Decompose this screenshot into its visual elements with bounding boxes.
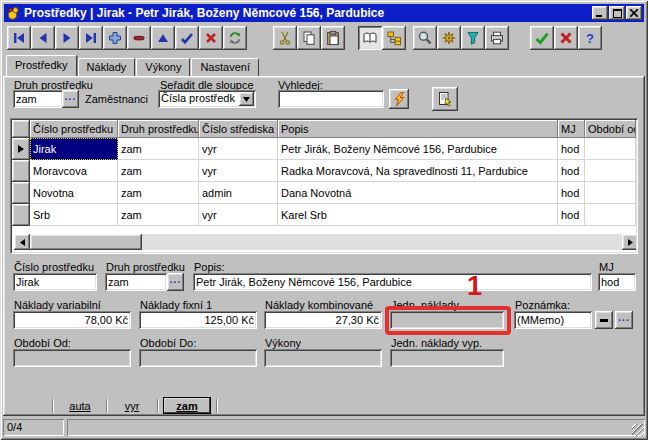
grid-cell[interactable]: zam [118, 182, 199, 204]
search-execute-button[interactable] [389, 89, 409, 109]
edit-record-button[interactable] [151, 26, 175, 50]
tab-vykony[interactable]: Výkony [136, 58, 190, 76]
poznamka-edit-button[interactable]: ... [615, 311, 633, 329]
table-row[interactable]: MoravcovazamvyrRadka Moravcová, Na sprav… [12, 160, 636, 182]
hierarchy-view-button[interactable] [382, 26, 406, 50]
combo-dropdown-button[interactable] [239, 92, 254, 106]
obdobi-od-input[interactable] [13, 349, 131, 367]
insert-record-button[interactable] [103, 26, 127, 50]
grid-cell[interactable]: Petr Jirák, Boženy Němcové 156, Pardubic… [278, 138, 558, 160]
post-edit-button[interactable] [175, 26, 199, 50]
grid-cell[interactable] [585, 160, 636, 182]
poznamka-input[interactable] [514, 311, 592, 329]
row-selector[interactable] [12, 204, 30, 226]
naklady-variabilni-input[interactable] [13, 311, 131, 329]
scroll-left-button[interactable] [14, 234, 30, 250]
prior-record-button[interactable] [31, 26, 55, 50]
table-row[interactable]: SrbzamvyrKarel Srbhod [12, 204, 636, 226]
resources-grid[interactable]: Číslo prostředkuDruh prostředkuČíslo stř… [10, 118, 638, 254]
poznamka-collapse-button[interactable] [595, 311, 613, 329]
resize-grip[interactable] [632, 424, 644, 436]
maximize-button[interactable] [609, 6, 625, 20]
search-button[interactable] [413, 26, 437, 50]
last-record-button[interactable] [79, 26, 103, 50]
grid-cell[interactable]: vyr [199, 204, 278, 226]
naklady-fixni-input[interactable] [139, 311, 257, 329]
bottom-tab-auta[interactable]: auta [60, 400, 100, 412]
row-selector[interactable] [12, 138, 30, 160]
paste-button[interactable] [321, 26, 345, 50]
sort-combobox[interactable]: Čísla prostředk [158, 90, 256, 108]
scrollbar-thumb[interactable] [30, 234, 142, 250]
grid-cell[interactable]: admin [199, 182, 278, 204]
grid-cell[interactable]: hod [558, 204, 585, 226]
druh-prostredku-input[interactable] [105, 273, 167, 291]
druh-detail-lookup-button[interactable]: ... [167, 273, 184, 291]
grid-column-header[interactable]: Druh prostředku [118, 120, 199, 138]
help-button[interactable]: ? [578, 26, 602, 50]
cancel-edit-button[interactable] [199, 26, 223, 50]
bottom-tab-zam[interactable]: zam [164, 400, 210, 412]
grid-cell[interactable]: zam [118, 204, 199, 226]
grid-column-header[interactable]: Období od [585, 120, 636, 138]
scroll-right-button[interactable] [622, 234, 636, 250]
grid-cell[interactable]: Karel Srb [278, 204, 558, 226]
report-button[interactable] [432, 87, 458, 111]
mj-input[interactable] [598, 273, 636, 291]
first-record-button[interactable] [7, 26, 31, 50]
obdobi-do-input[interactable] [139, 349, 257, 367]
minimize-button[interactable] [592, 6, 608, 20]
grid-cell[interactable]: vyr [199, 160, 278, 182]
next-record-button[interactable] [55, 26, 79, 50]
druh-lookup-button[interactable]: ... [62, 90, 79, 108]
copy-button[interactable] [297, 26, 321, 50]
grid-column-header[interactable]: Popis [278, 120, 558, 138]
naklady-kombinovane-input[interactable] [264, 311, 382, 329]
settings-button[interactable] [437, 26, 461, 50]
grid-column-header[interactable]: Číslo střediska [199, 120, 278, 138]
grid-cell[interactable]: vyr [199, 138, 278, 160]
table-row[interactable]: JirakzamvyrPetr Jirák, Boženy Němcové 15… [12, 138, 636, 160]
grid-cell[interactable]: zam [118, 138, 199, 160]
grid-cell[interactable] [585, 138, 636, 160]
filter-button[interactable] [461, 26, 485, 50]
tab-prostredky[interactable]: Prostředky [6, 55, 77, 76]
cut-button[interactable] [273, 26, 297, 50]
row-selector[interactable] [12, 182, 30, 204]
row-selector[interactable] [12, 160, 30, 182]
grid-cell[interactable]: hod [558, 138, 585, 160]
cislo-prostredku-input[interactable] [13, 273, 97, 291]
popis-input[interactable] [193, 273, 592, 291]
print-button[interactable] [485, 26, 509, 50]
close-button[interactable] [626, 6, 642, 20]
edit-record-icon [155, 30, 171, 46]
cancel-button[interactable] [554, 26, 578, 50]
grid-cell[interactable]: Jirak [30, 138, 118, 160]
vykony-input[interactable] [264, 349, 382, 367]
grid-cell[interactable]: Dana Novotná [278, 182, 558, 204]
search-input[interactable] [278, 90, 384, 108]
refresh-button[interactable] [223, 26, 247, 50]
grid-column-header[interactable]: Číslo prostředku [30, 120, 118, 138]
table-row[interactable]: NovotnazamadminDana Novotnáhod [12, 182, 636, 204]
druh-prostredku-filter-input[interactable] [13, 90, 63, 108]
grid-horizontal-scrollbar[interactable] [14, 234, 636, 250]
tab-nastaveni[interactable]: Nastavení [191, 58, 259, 76]
tab-naklady[interactable]: Náklady [78, 58, 136, 76]
jedn-naklady-vyp-input[interactable] [390, 349, 504, 367]
refresh-icon [227, 30, 243, 46]
detail-view-button[interactable] [358, 26, 382, 50]
bottom-tab-vyr[interactable]: vyr [112, 400, 152, 412]
grid-cell[interactable]: Novotna [30, 182, 118, 204]
grid-column-header[interactable]: MJ [558, 120, 585, 138]
grid-cell[interactable]: Radka Moravcová, Na spravedlnosti 11, Pa… [278, 160, 558, 182]
grid-cell[interactable]: Moravcova [30, 160, 118, 182]
grid-cell[interactable]: hod [558, 160, 585, 182]
grid-cell[interactable]: zam [118, 160, 199, 182]
delete-record-button[interactable] [127, 26, 151, 50]
ok-button[interactable] [530, 26, 554, 50]
grid-cell[interactable] [585, 204, 636, 226]
grid-cell[interactable]: hod [558, 182, 585, 204]
grid-cell[interactable] [585, 182, 636, 204]
grid-cell[interactable]: Srb [30, 204, 118, 226]
